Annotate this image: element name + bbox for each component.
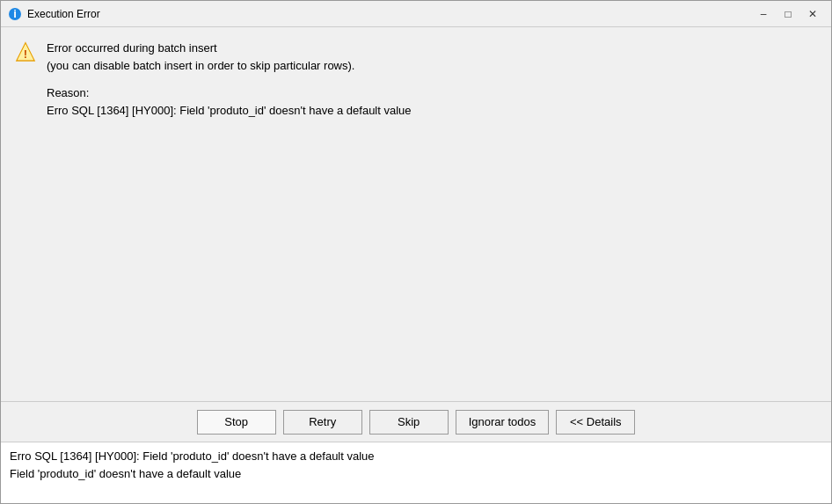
error-message: Error occurred during batch insert (you … [47,40,354,74]
execution-error-window: i Execution Error – □ ✕ ! Error [0,0,832,504]
warning-icon: ! [15,41,36,62]
error-line2: (you can disable batch insert in order t… [47,57,354,75]
button-bar: Stop Retry Skip Ignorar todos << Details [1,401,831,442]
details-button[interactable]: << Details [556,410,635,435]
log-area[interactable]: Erro SQL [1364] [HY000]: Field 'produto_… [1,442,831,503]
minimize-button[interactable]: – [752,4,775,24]
ignore-all-button[interactable]: Ignorar todos [456,410,550,435]
error-line1: Error occurred during batch insert [47,40,354,57]
title-bar-controls: – □ ✕ [752,4,824,24]
content-area: ! Error occurred during batch insert (yo… [1,27,831,503]
error-header: ! Error occurred during batch insert (yo… [15,40,817,74]
reason-detail: Erro SQL [1364] [HY000]: Field 'produto_… [47,102,817,120]
skip-button[interactable]: Skip [369,410,449,435]
retry-button[interactable]: Retry [283,410,362,435]
maximize-button[interactable]: □ [777,4,799,24]
svg-text:!: ! [24,47,27,61]
error-reason: Reason: Erro SQL [1364] [HY000]: Field '… [15,84,817,119]
error-content: ! Error occurred during batch insert (yo… [1,27,831,401]
reason-label: Reason: [47,84,817,102]
window-title: Execution Error [27,8,752,20]
window-icon: i [8,7,22,21]
title-bar: i Execution Error – □ ✕ [1,1,831,27]
main-panel: ! Error occurred during batch insert (yo… [1,27,831,401]
close-button[interactable]: ✕ [801,4,824,24]
log-line2: Field 'produto_id' doesn't have a defaul… [10,465,822,483]
svg-text:i: i [13,7,17,20]
stop-button[interactable]: Stop [197,410,276,435]
log-line1: Erro SQL [1364] [HY000]: Field 'produto_… [10,448,822,465]
